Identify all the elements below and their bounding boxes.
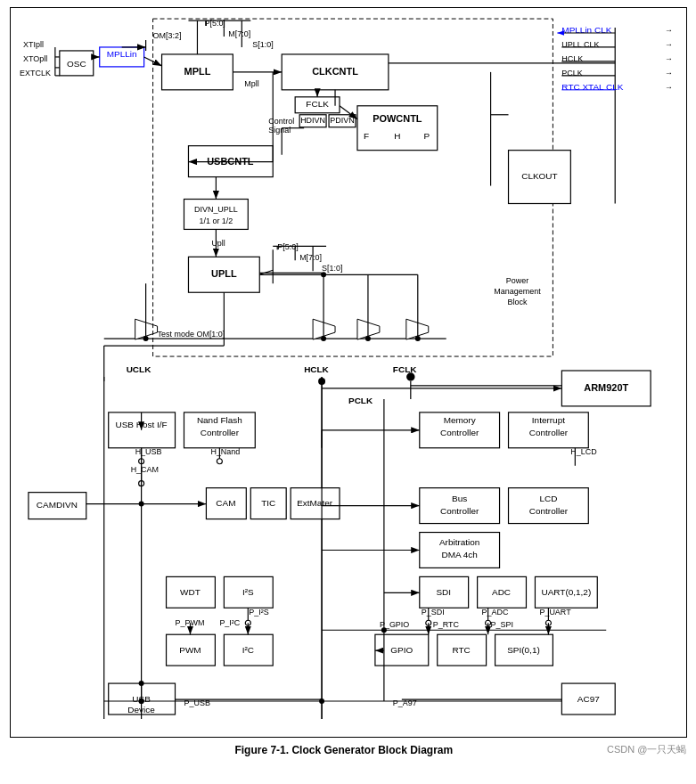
svg-text:Signal: Signal — [268, 126, 291, 135]
svg-text:TIC: TIC — [261, 498, 275, 508]
svg-text:SDI: SDI — [436, 587, 451, 597]
svg-text:ARM920T: ARM920T — [584, 382, 628, 393]
svg-text:AC97: AC97 — [577, 694, 599, 704]
svg-text:HCLK: HCLK — [304, 364, 329, 374]
svg-text:S[1:0]: S[1:0] — [322, 264, 342, 273]
svg-point-237 — [138, 681, 143, 686]
page-container: OSC XTIpll XTOpll EXTCLK MPLLin OM[3:2] — [0, 0, 696, 784]
svg-text:F: F — [363, 131, 368, 141]
svg-text:→: → — [665, 69, 673, 78]
svg-text:Mpll: Mpll — [244, 79, 258, 88]
svg-text:UPLL: UPLL — [211, 268, 237, 279]
svg-text:OM[3:2]: OM[3:2] — [152, 31, 181, 40]
svg-text:Controller: Controller — [528, 428, 568, 437]
svg-text:Controller: Controller — [440, 428, 479, 437]
svg-text:SPI(0,1): SPI(0,1) — [507, 645, 540, 655]
svg-text:OSC: OSC — [67, 59, 86, 69]
svg-text:PDIVN: PDIVN — [330, 116, 354, 125]
svg-text:USBCNTL: USBCNTL — [207, 156, 254, 167]
svg-text:P_I²S: P_I²S — [249, 608, 268, 617]
svg-text:Memory: Memory — [443, 415, 475, 425]
svg-text:H_USB: H_USB — [135, 447, 161, 456]
svg-text:→: → — [665, 40, 673, 49]
svg-text:I²S: I²S — [242, 587, 253, 597]
svg-text:P_I²C: P_I²C — [219, 618, 240, 627]
svg-text:Controller: Controller — [200, 428, 239, 437]
svg-text:DIVN_UPLL: DIVN_UPLL — [193, 205, 237, 214]
svg-text:Power: Power — [505, 276, 528, 285]
svg-text:XTOpll: XTOpll — [22, 54, 46, 63]
svg-text:Management: Management — [494, 287, 541, 296]
svg-text:M[7:0]: M[7:0] — [299, 253, 322, 262]
svg-point-120 — [408, 375, 412, 379]
svg-text:CLKCNTL: CLKCNTL — [312, 66, 358, 77]
svg-text:GPIO: GPIO — [390, 645, 413, 655]
svg-text:P_SPI: P_SPI — [490, 620, 512, 629]
svg-text:Bus: Bus — [452, 494, 467, 503]
svg-text:Block: Block — [507, 298, 527, 306]
svg-text:MPLLin: MPLLin — [106, 49, 136, 59]
svg-point-224 — [381, 627, 386, 633]
svg-text:PWM: PWM — [179, 645, 201, 655]
svg-text:Control: Control — [268, 117, 294, 126]
svg-text:→: → — [665, 83, 673, 92]
svg-text:H_Nand: H_Nand — [210, 447, 240, 456]
svg-text:WDT: WDT — [180, 587, 201, 597]
figure-caption: Figure 7-1. Clock Generator Block Diagra… — [10, 743, 687, 756]
svg-text:→: → — [665, 54, 673, 63]
svg-text:UART(0,1,2): UART(0,1,2) — [541, 587, 591, 597]
svg-text:UCLK: UCLK — [126, 364, 151, 374]
svg-text:Controller: Controller — [528, 506, 568, 516]
svg-text:P: P — [423, 131, 430, 141]
caption-text: Figure 7-1. Clock Generator Block Diagra… — [81, 744, 608, 756]
svg-text:DMA 4ch: DMA 4ch — [441, 550, 477, 559]
svg-text:LCD: LCD — [539, 494, 557, 503]
svg-text:P_ADC: P_ADC — [481, 608, 508, 617]
svg-text:FCLK: FCLK — [306, 99, 329, 109]
svg-text:M[7:0]: M[7:0] — [228, 29, 250, 38]
svg-text:XTIpll: XTIpll — [22, 40, 43, 49]
svg-text:→: → — [665, 26, 673, 35]
svg-text:Upll: Upll — [211, 239, 225, 248]
watermark-text: CSDN @一只天蝎 — [607, 743, 686, 756]
svg-text:FCLK: FCLK — [392, 364, 416, 374]
svg-text:ExtMater: ExtMater — [297, 498, 333, 508]
svg-text:Interrupt: Interrupt — [531, 415, 564, 425]
svg-text:1/1 or 1/2: 1/1 or 1/2 — [199, 216, 233, 225]
svg-text:H: H — [394, 131, 400, 141]
svg-text:Arbitration: Arbitration — [438, 537, 479, 547]
svg-text:PCLK: PCLK — [348, 396, 373, 405]
svg-text:CAM: CAM — [216, 498, 235, 508]
svg-text:P_RTC: P_RTC — [432, 620, 459, 629]
svg-text:EXTCLK: EXTCLK — [19, 69, 50, 78]
diagram-area: OSC XTIpll XTOpll EXTCLK MPLLin OM[3:2] — [10, 7, 687, 738]
svg-text:POWCNTL: POWCNTL — [373, 113, 422, 124]
svg-text:MPLL: MPLL — [184, 66, 210, 77]
svg-text:H_CAM: H_CAM — [130, 465, 158, 474]
svg-text:P_UART: P_UART — [539, 608, 571, 617]
svg-text:CAMDIVN: CAMDIVN — [36, 500, 77, 510]
svg-text:HDIVN: HDIVN — [300, 116, 325, 125]
svg-text:Controller: Controller — [440, 506, 479, 516]
svg-text:ADC: ADC — [492, 587, 511, 597]
svg-text:I²C: I²C — [242, 645, 253, 655]
svg-text:CLKOUT: CLKOUT — [521, 171, 557, 181]
svg-text:S[1:0]: S[1:0] — [252, 40, 273, 49]
svg-text:P_SDI: P_SDI — [421, 608, 444, 617]
svg-text:Nand Flash: Nand Flash — [196, 415, 242, 425]
svg-point-143 — [217, 459, 222, 464]
svg-text:RTC: RTC — [452, 645, 470, 655]
svg-text:Test mode OM[1:0]: Test mode OM[1:0] — [157, 330, 225, 339]
